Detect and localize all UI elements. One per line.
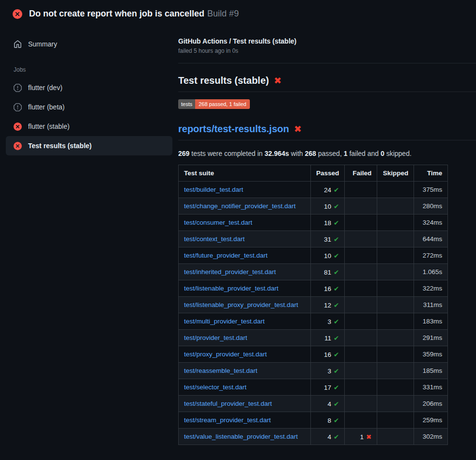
tests-badge-label: tests [178, 99, 195, 109]
sidebar-item-flutter-stable[interactable]: flutter (stable) [6, 117, 172, 136]
test-suite-link[interactable]: test/future_provider_test.dart [184, 252, 268, 259]
time-cell: 302ms [414, 429, 448, 445]
passed-cell: 24✔ [311, 182, 345, 198]
run-title: Do not create report when job is cancell… [29, 9, 204, 18]
passed-cell: 3✔ [311, 363, 345, 379]
test-suite-link[interactable]: test/reassemble_test.dart [184, 367, 258, 374]
time-cell: 185ms [414, 363, 448, 379]
skipped-cell [377, 412, 414, 429]
table-row: test/consumer_test.dart 18✔ 324ms [179, 215, 448, 231]
table-row: test/stream_provider_test.dart 8✔ 259ms [179, 412, 448, 429]
home-icon [14, 40, 22, 48]
failed-cell [345, 264, 377, 280]
sidebar-item-flutter-dev[interactable]: flutter (dev) [6, 78, 172, 97]
table-row: test/change_notifier_provider_test.dart … [179, 198, 448, 215]
table-row: test/builder_test.dart 24✔ 375ms [179, 182, 448, 198]
table-row: test/future_provider_test.dart 10✔ 272ms [179, 247, 448, 264]
check-icon: ✔ [334, 252, 339, 260]
time-cell: 331ms [414, 379, 448, 396]
check-icon: ✔ [334, 186, 339, 194]
test-suite-link[interactable]: test/value_listenable_provider_test.dart [184, 433, 298, 440]
failed-cell [345, 231, 377, 247]
test-suite-link[interactable]: test/stateful_provider_test.dart [184, 400, 272, 407]
tests-badge: tests 268 passed, 1 failed [178, 99, 250, 109]
passed-cell: 31✔ [311, 231, 345, 247]
sidebar-item-test-results-stable[interactable]: Test results (stable) [6, 136, 172, 155]
skipped-cell [377, 215, 414, 231]
time-cell: 206ms [414, 396, 448, 412]
main-content: GitHub Actions / Test results (stable) f… [178, 26, 476, 445]
report-file-link[interactable]: reports/test-results.json [178, 123, 289, 135]
x-circle-icon [14, 142, 22, 150]
table-row: test/inherited_provider_test.dart 81✔ 1.… [179, 264, 448, 280]
skipped-cell [377, 313, 414, 330]
failed-cell [345, 198, 377, 215]
report-file-title[interactable]: reports/test-results.json ✖ [178, 123, 476, 140]
time-cell: 322ms [414, 280, 448, 297]
check-icon: ✔ [334, 269, 339, 276]
skipped-cell [377, 429, 414, 445]
test-suite-link[interactable]: test/consumer_test.dart [184, 219, 252, 226]
column-header-skipped: Skipped [377, 165, 414, 182]
passed-cell: 12✔ [311, 297, 345, 313]
time-cell: 280ms [414, 198, 448, 215]
test-suite-link[interactable]: test/stream_provider_test.dart [184, 416, 271, 424]
passed-cell: 10✔ [311, 198, 345, 215]
test-suite-link[interactable]: test/selector_test.dart [184, 383, 246, 391]
time-cell: 375ms [414, 182, 448, 198]
summary-duration: 32.964s [264, 150, 289, 157]
run-status-line: failed 5 hours ago in 0s [178, 47, 476, 54]
check-icon: ✔ [334, 384, 339, 391]
failed-cell [345, 330, 377, 346]
test-suite-link[interactable]: test/provider_test.dart [184, 334, 247, 341]
passed-cell: 18✔ [311, 215, 345, 231]
check-icon: ✔ [334, 203, 339, 210]
failed-cell [345, 182, 377, 198]
sidebar-job-label: flutter (stable) [28, 123, 70, 130]
skipped-cell [377, 231, 414, 247]
test-suite-link[interactable]: test/inherited_provider_test.dart [184, 268, 276, 276]
passed-cell: 10✔ [311, 247, 345, 264]
sidebar-item-summary[interactable]: Summary [6, 34, 172, 54]
time-cell: 324ms [414, 215, 448, 231]
passed-cell: 81✔ [311, 264, 345, 280]
cross-mark-icon: ✖ [294, 124, 302, 134]
sidebar-item-flutter-beta[interactable]: flutter (beta) [6, 97, 172, 117]
cross-icon: ✖ [366, 433, 371, 441]
check-icon: ✔ [334, 318, 339, 325]
check-icon: ✔ [334, 236, 339, 243]
skipped-cell [377, 264, 414, 280]
test-suite-link[interactable]: test/context_test.dart [184, 235, 245, 243]
check-icon: ✔ [334, 219, 339, 227]
passed-cell: 4✔ [311, 396, 345, 412]
check-icon: ✔ [334, 400, 339, 408]
column-header-passed: Passed [311, 165, 345, 182]
column-header-time: Time [414, 165, 448, 182]
table-row: test/listenable_proxy_provider_test.dart… [179, 297, 448, 313]
failed-cell [345, 346, 377, 363]
failed-cell [345, 412, 377, 429]
table-row: test/reassemble_test.dart 3✔ 185ms [179, 363, 448, 379]
check-icon: ✔ [334, 335, 339, 342]
test-suite-link[interactable]: test/change_notifier_provider_test.dart [184, 202, 295, 210]
test-suite-link[interactable]: test/listenable_proxy_provider_test.dart [184, 301, 298, 308]
table-header-row: Test suite Passed Failed Skipped Time [179, 165, 448, 182]
x-circle-icon [14, 123, 22, 131]
summary-total: 269 [178, 150, 189, 157]
run-header: Do not create report when job is cancell… [0, 0, 476, 26]
column-header-test-suite: Test suite [179, 165, 311, 182]
time-cell: 644ms [414, 231, 448, 247]
check-icon: ✔ [334, 285, 339, 292]
run-failed-icon [13, 9, 22, 19]
breadcrumb: GitHub Actions / Test results (stable) [178, 37, 476, 45]
test-suite-link[interactable]: test/builder_test.dart [184, 186, 243, 193]
test-suite-link[interactable]: test/multi_provider_test.dart [184, 318, 265, 325]
table-row: test/provider_test.dart 11✔ 291ms [179, 330, 448, 346]
sidebar-job-label: Test results (stable) [28, 142, 92, 150]
test-suite-link[interactable]: test/listenable_provider_test.dart [184, 285, 278, 292]
test-suite-link[interactable]: test/proxy_provider_test.dart [184, 351, 267, 358]
failed-cell [345, 379, 377, 396]
table-row: test/value_listenable_provider_test.dart… [179, 429, 448, 445]
time-cell: 183ms [414, 313, 448, 330]
tests-summary-line: 269 tests were completed in 32.964s with… [178, 150, 476, 157]
